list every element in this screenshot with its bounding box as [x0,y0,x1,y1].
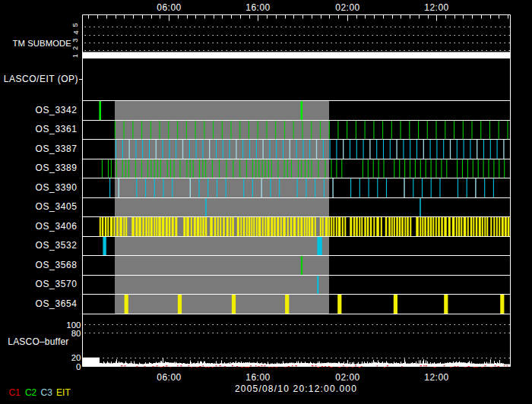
svg-text:06:00: 06:00 [157,372,182,383]
svg-text:16:00: 16:00 [245,372,271,383]
svg-text:80: 80 [71,329,81,338]
svg-text:0: 0 [76,362,81,371]
svg-text:OS_3654: OS_3654 [36,298,78,309]
svg-text:20: 20 [71,353,81,362]
svg-text:1: 1 [72,54,80,58]
svg-text:C1: C1 [8,387,21,398]
svg-text:OS_3342: OS_3342 [36,105,78,115]
svg-text:OS_3405: OS_3405 [36,201,78,212]
svg-text:OS_3361: OS_3361 [36,124,78,134]
svg-text:2: 2 [72,46,80,50]
svg-text:LASCO–buffer: LASCO–buffer [8,336,68,347]
svg-text:4: 4 [72,30,80,34]
svg-text:02:00: 02:00 [335,2,360,13]
svg-text:OS_3568: OS_3568 [36,260,78,270]
svg-text:OS_3389: OS_3389 [36,163,78,173]
svg-text:C3: C3 [41,387,53,398]
svg-text:OS_3570: OS_3570 [36,279,78,289]
svg-text:16:00: 16:00 [245,2,271,13]
svg-text:5: 5 [72,23,80,27]
svg-text:12:00: 12:00 [424,2,449,13]
svg-text:LASCO/EIT (OP): LASCO/EIT (OP) [4,74,78,84]
svg-text:OS_3532: OS_3532 [36,240,78,251]
svg-text:3: 3 [72,39,80,43]
svg-text:OS_3406: OS_3406 [36,221,78,232]
svg-text:TM SUBMODE: TM SUBMODE [12,39,71,48]
svg-text:02:00: 02:00 [335,372,360,383]
svg-text:OS_3390: OS_3390 [36,182,78,193]
svg-text:06:00: 06:00 [157,2,182,13]
svg-text:C2: C2 [25,387,37,398]
svg-text:2005/08/10 20:12:00.000: 2005/08/10 20:12:00.000 [235,383,357,394]
svg-text:OS_3387: OS_3387 [36,144,78,154]
svg-text:EIT: EIT [56,387,71,398]
svg-text:12:00: 12:00 [424,372,449,383]
